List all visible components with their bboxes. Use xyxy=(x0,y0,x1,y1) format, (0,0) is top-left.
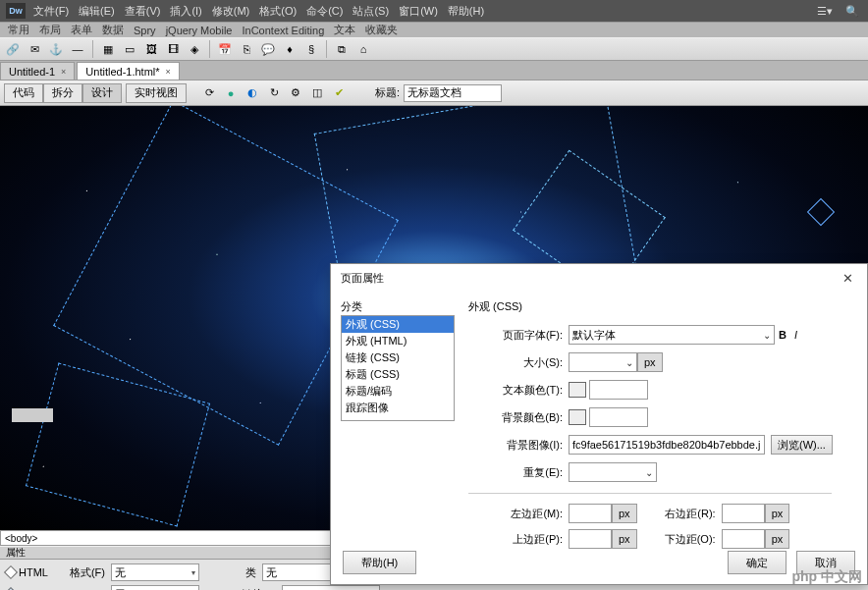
font-select[interactable]: 默认字体 xyxy=(569,325,775,345)
email-icon[interactable]: ✉ xyxy=(26,40,43,58)
dialog-right-pane: 外观 (CSS) 页面字体(F): 默认字体 B I 大小(S): px 文本颜… xyxy=(468,299,857,555)
menu-edit[interactable]: 编辑(E) xyxy=(79,4,115,19)
tab-untitled-1-html[interactable]: Untitled-1.html* × xyxy=(77,62,179,80)
document-toolbar: 代码 拆分 设计 实时视图 ⟳ ● ◐ ↻ ⚙ ◫ ✔ 标题: xyxy=(0,80,868,106)
bgcolor-input[interactable] xyxy=(589,407,648,427)
head-icon[interactable]: ♦ xyxy=(281,40,298,58)
menu-file[interactable]: 文件(F) xyxy=(33,4,69,19)
close-icon[interactable]: × xyxy=(166,67,171,77)
watermark-box xyxy=(12,408,53,422)
bottom-margin-label: 下边距(O): xyxy=(637,532,716,547)
cat-appearance-css[interactable]: 外观 (CSS) xyxy=(342,316,454,333)
size-select[interactable] xyxy=(569,352,637,372)
subbar-fav[interactable]: 收藏夹 xyxy=(365,23,398,37)
subbar-text[interactable]: 文本 xyxy=(334,23,355,37)
view-design-button[interactable]: 设计 xyxy=(82,83,122,103)
cat-title-encoding[interactable]: 标题/编码 xyxy=(342,383,454,400)
templates-icon[interactable]: ⧉ xyxy=(333,40,351,58)
anchor-icon[interactable]: ⚓ xyxy=(47,40,65,58)
right-margin-input[interactable] xyxy=(722,504,765,523)
browser-icon[interactable]: ◐ xyxy=(244,84,261,102)
view-split-button[interactable]: 拆分 xyxy=(43,83,82,103)
textcolor-swatch[interactable] xyxy=(569,382,586,398)
close-icon[interactable]: ✕ xyxy=(838,268,857,288)
subbar-incontext[interactable]: InContext Editing xyxy=(242,25,324,36)
date-icon[interactable]: 📅 xyxy=(216,40,234,58)
id-select[interactable]: 无 xyxy=(111,585,199,590)
menu-window[interactable]: 窗口(W) xyxy=(399,4,438,19)
tab-label: Untitled-1.html* xyxy=(85,66,159,78)
right-pane-header: 外观 (CSS) xyxy=(468,299,857,314)
help-button[interactable]: 帮助(H) xyxy=(343,551,416,574)
visual-icon[interactable]: ◫ xyxy=(308,84,326,102)
page-properties-dialog: 页面属性 ✕ 分类 外观 (CSS) 外观 (HTML) 链接 (CSS) 标题… xyxy=(330,263,868,585)
view-live-button[interactable]: 实时视图 xyxy=(126,83,187,103)
margin-unit[interactable]: px xyxy=(612,504,637,523)
menu-site[interactable]: 站点(S) xyxy=(353,4,389,19)
class-label: 类 xyxy=(227,565,256,580)
category-list[interactable]: 外观 (CSS) 外观 (HTML) 链接 (CSS) 标题 (CSS) 标题/… xyxy=(341,315,455,421)
view-code-button[interactable]: 代码 xyxy=(4,83,43,103)
server-icon[interactable]: ⎘ xyxy=(238,40,255,58)
bottom-margin-input[interactable] xyxy=(722,529,765,549)
margin-unit[interactable]: px xyxy=(765,504,790,523)
image-icon[interactable]: 🖼 xyxy=(142,40,160,58)
left-margin-input[interactable] xyxy=(569,504,612,523)
widget-icon[interactable]: ◈ xyxy=(186,40,203,58)
bgcolor-swatch[interactable] xyxy=(569,409,586,425)
prop-html-button[interactable]: HTML xyxy=(6,563,48,581)
cat-headings-css[interactable]: 标题 (CSS) xyxy=(342,366,454,383)
top-margin-label: 上边距(P): xyxy=(468,532,563,547)
menu-insert[interactable]: 插入(I) xyxy=(170,4,201,19)
subbar-forms[interactable]: 表单 xyxy=(71,23,92,37)
format-label: 格式(F) xyxy=(56,565,105,580)
layout-dropdown-icon[interactable]: ☰ ▾ xyxy=(815,4,835,18)
subbar-jquery[interactable]: jQuery Mobile xyxy=(166,25,233,36)
cat-tracking-image[interactable]: 跟踪图像 xyxy=(342,400,454,416)
menu-format[interactable]: 格式(O) xyxy=(259,4,297,19)
subbar-common[interactable]: 常用 xyxy=(8,23,29,37)
menu-view[interactable]: 查看(V) xyxy=(125,4,161,19)
menu-commands[interactable]: 命令(C) xyxy=(306,4,343,19)
check-icon[interactable]: ✔ xyxy=(330,84,348,102)
subbar-spry[interactable]: Spry xyxy=(134,25,156,36)
bold-button[interactable]: B xyxy=(779,329,787,341)
cancel-button[interactable]: 取消 xyxy=(796,551,855,574)
div-icon[interactable]: ▭ xyxy=(121,40,138,58)
subbar-data[interactable]: 数据 xyxy=(102,23,124,37)
link-icon[interactable]: 🔗 xyxy=(4,40,22,58)
table-icon[interactable]: ▦ xyxy=(99,40,117,58)
hr-icon[interactable]: — xyxy=(69,40,86,58)
options-icon[interactable]: ⚙ xyxy=(287,84,304,102)
bgimg-input[interactable] xyxy=(569,435,765,455)
close-icon[interactable]: × xyxy=(61,67,66,77)
top-margin-input[interactable] xyxy=(569,529,612,549)
margin-unit[interactable]: px xyxy=(765,529,790,549)
tab-untitled-1[interactable]: Untitled-1 × xyxy=(0,62,75,80)
margin-unit[interactable]: px xyxy=(612,529,637,549)
cat-links-css[interactable]: 链接 (CSS) xyxy=(342,349,454,366)
comment-icon[interactable]: 💬 xyxy=(259,40,277,58)
subbar-layout[interactable]: 布局 xyxy=(39,23,61,37)
live-code-icon[interactable]: ⟳ xyxy=(200,84,218,102)
media-icon[interactable]: 🎞 xyxy=(164,40,182,58)
tag-icon[interactable]: ⌂ xyxy=(354,40,372,58)
refresh-icon[interactable]: ↻ xyxy=(265,84,283,102)
browse-button[interactable]: 浏览(W)... xyxy=(771,435,833,455)
cat-appearance-html[interactable]: 外观 (HTML) xyxy=(342,333,454,349)
dialog-titlebar[interactable]: 页面属性 ✕ xyxy=(331,264,867,292)
textcolor-input[interactable] xyxy=(589,380,648,400)
search-icon[interactable]: 🔍 xyxy=(842,4,862,18)
format-select[interactable]: 无 xyxy=(111,563,199,581)
inspect-icon[interactable]: ● xyxy=(222,84,240,102)
prop-css-button[interactable]: CSS xyxy=(6,585,48,590)
link-select[interactable] xyxy=(282,585,380,590)
size-unit[interactable]: px xyxy=(637,352,663,372)
menu-help[interactable]: 帮助(H) xyxy=(448,4,484,19)
italic-button[interactable]: I xyxy=(794,329,797,341)
ok-button[interactable]: 确定 xyxy=(728,551,787,574)
title-input[interactable] xyxy=(404,84,502,102)
menu-modify[interactable]: 修改(M) xyxy=(212,4,250,19)
script-icon[interactable]: § xyxy=(302,40,320,58)
repeat-select[interactable] xyxy=(569,462,657,482)
